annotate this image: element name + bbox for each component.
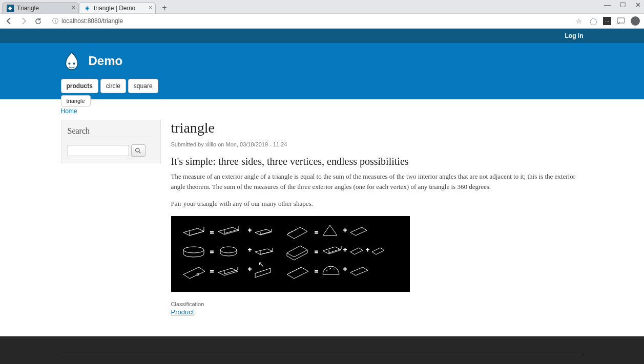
browser-tab-0[interactable]: ◆ Triangle ×	[2, 2, 79, 13]
svg-text:=: =	[210, 268, 214, 275]
toolbar-right: ☆ ◯ ⋯	[574, 16, 640, 26]
url-text: localhost:8080/triangle	[61, 17, 123, 25]
address-bar[interactable]: ⓘ localhost:8080/triangle	[47, 15, 570, 27]
search-icon	[135, 147, 141, 154]
login-link[interactable]: Log in	[565, 32, 584, 39]
browser-toolbar: ⓘ localhost:8080/triangle ☆ ◯ ⋯	[0, 13, 644, 29]
site-brand[interactable]: Demo	[61, 50, 584, 72]
close-icon[interactable]: ×	[149, 4, 152, 11]
minimize-icon[interactable]: —	[604, 1, 611, 9]
profile-avatar[interactable]	[631, 16, 640, 26]
article-subtitle: It's simple: three sides, three vertices…	[171, 156, 584, 167]
page-title: triangle	[171, 120, 584, 136]
svg-point-9	[183, 247, 204, 253]
svg-point-2	[73, 62, 75, 65]
svg-point-1	[68, 62, 70, 65]
drupal-logo-icon	[61, 50, 82, 72]
svg-point-11	[220, 247, 237, 253]
classification-label: Classification	[171, 301, 584, 307]
svg-text:=: =	[210, 248, 214, 255]
submitted-middle: on	[216, 141, 225, 147]
browser-chrome: ◆ Triangle × ◉ triangle | Demo × + — ☐ ✕…	[0, 0, 644, 29]
page: Log in Demo products triangle	[0, 29, 644, 364]
svg-text:=: =	[315, 268, 318, 275]
tab-title: triangle | Demo	[94, 5, 135, 12]
sidebar: Search	[61, 120, 161, 163]
site-banner: Demo products triangle circle square	[0, 43, 644, 99]
nav-subitem-triangle[interactable]: triangle	[61, 95, 91, 106]
svg-text:+: +	[343, 266, 347, 273]
submitted-date: Mon, 03/18/2019 - 11:24	[226, 141, 287, 147]
shapes-figure: = + = + =	[171, 216, 410, 292]
browser-tab-1[interactable]: ◉ triangle | Demo ×	[79, 2, 156, 13]
search-input[interactable]	[68, 145, 129, 156]
classification-field: Classification Product	[171, 301, 584, 316]
svg-text:=: =	[315, 248, 318, 255]
tab-strip: ◆ Triangle × ◉ triangle | Demo × + — ☐ ✕	[0, 0, 644, 13]
breadcrumb: Home	[61, 108, 584, 115]
search-heading: Search	[68, 126, 154, 139]
close-icon[interactable]: ×	[72, 4, 75, 11]
back-button[interactable]	[4, 16, 14, 26]
user-bar: Log in	[0, 29, 644, 43]
svg-text:+: +	[248, 227, 252, 234]
favicon-icon: ◉	[84, 5, 91, 12]
window-controls: — ☐ ✕	[604, 1, 641, 9]
nav-item-square[interactable]: square	[128, 79, 158, 93]
site-name: Demo	[89, 54, 123, 68]
nav-item-products[interactable]: products	[61, 79, 98, 93]
svg-text:+: +	[343, 246, 347, 253]
extension-icon[interactable]: ◯	[589, 16, 598, 26]
breadcrumb-home[interactable]: Home	[61, 108, 77, 115]
svg-line-4	[139, 152, 140, 153]
submitted-info: Submitted by xillio on Mon, 03/18/2019 -…	[171, 141, 584, 147]
svg-text:+: +	[366, 246, 369, 253]
search-button[interactable]	[131, 144, 146, 157]
main-content: triangle Submitted by xillio on Mon, 03/…	[171, 120, 584, 316]
article-body-1: The measure of an exterior angle of a tr…	[171, 172, 584, 191]
svg-point-3	[136, 148, 139, 152]
article-body-2: Pair your triangle with any of our many …	[171, 199, 584, 209]
author-name: xillio	[205, 141, 216, 147]
submitted-prefix: Submitted by	[171, 141, 205, 147]
new-tab-button[interactable]: +	[159, 2, 170, 13]
svg-rect-0	[617, 18, 625, 23]
svg-text:+: +	[248, 266, 252, 273]
content: Home Search triangle Submitted by xillio…	[56, 99, 589, 321]
tab-title: Triangle	[17, 5, 39, 12]
nav-item-circle[interactable]: circle	[100, 79, 126, 93]
maximize-icon[interactable]: ☐	[620, 1, 626, 9]
extension-icon-2[interactable]: ⋯	[603, 17, 611, 25]
primary-nav: products triangle circle square	[61, 79, 584, 93]
svg-text:=: =	[210, 229, 214, 236]
svg-text:=: =	[315, 229, 318, 236]
classification-link[interactable]: Product	[171, 308, 194, 316]
site-info-icon[interactable]: ⓘ	[52, 17, 58, 26]
favicon-icon: ◆	[7, 5, 14, 12]
reload-button[interactable]	[33, 16, 43, 26]
forward-button[interactable]	[18, 16, 29, 26]
site-footer: Contact Powered by Drupal	[0, 336, 644, 365]
close-window-icon[interactable]: ✕	[635, 1, 641, 9]
bookmark-icon[interactable]: ☆	[574, 16, 584, 26]
svg-text:+: +	[343, 227, 347, 234]
svg-text:+: +	[248, 246, 252, 253]
cast-icon[interactable]	[616, 16, 626, 26]
